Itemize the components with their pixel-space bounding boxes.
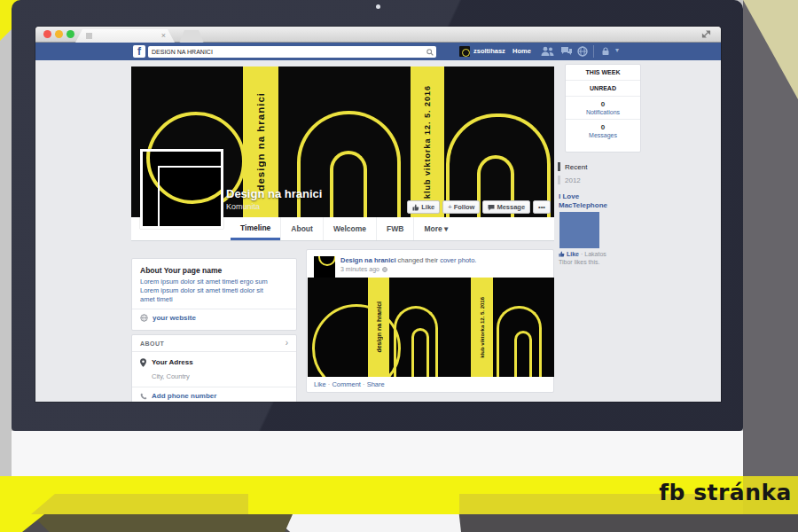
suggested-page-line2: MacTelephone: [559, 201, 607, 210]
tab-welcome[interactable]: Welcome: [323, 217, 376, 240]
suggested-page-thumbnail[interactable]: [559, 212, 599, 248]
website-link-label: your website: [153, 314, 196, 322]
magnifier-icon: [426, 49, 434, 56]
like-button-label: Like: [421, 203, 434, 211]
activity-panel: THIS WEEK UNREAD 0 Notifications 0 Messa…: [565, 64, 641, 153]
minimize-window-button[interactable]: [55, 30, 63, 38]
tab-favicon: [86, 33, 92, 39]
mockup-canvas: × f DESIGN NA HRANICI zsoltihasz Home: [0, 0, 798, 532]
about-section-header[interactable]: ABOUT ›: [132, 335, 296, 352]
about-card-title: About Your page name: [140, 266, 288, 275]
post-header: Design na hranici changed their cover ph…: [340, 256, 476, 265]
add-phone-link[interactable]: Add phone number: [140, 392, 288, 400]
user-avatar[interactable]: [459, 46, 470, 57]
tab-timeline[interactable]: Timeline: [231, 217, 280, 240]
post-action-text: changed their: [396, 256, 441, 264]
recent-label: Recent: [565, 163, 587, 171]
post-object-link[interactable]: cover photo.: [440, 256, 476, 264]
address-row: Your Adress City, Country: [140, 358, 288, 382]
message-button[interactable]: Message: [482, 200, 530, 214]
post-author-link[interactable]: Design na hranici: [340, 256, 396, 264]
add-phone-label: Add phone number: [152, 392, 216, 400]
website-link[interactable]: your website: [140, 314, 288, 322]
webcam-dot: [376, 4, 380, 9]
post-comment-link[interactable]: Comment: [332, 380, 361, 388]
feed-post: Design na hranici changed their cover ph…: [306, 249, 554, 393]
profile-picture[interactable]: [140, 149, 223, 229]
search-value: DESIGN NA HRANICI: [152, 49, 213, 55]
website-globe-icon: [140, 314, 148, 322]
timeline-marker: [558, 162, 560, 171]
poster-bar-left-text: design na hranici: [376, 301, 382, 353]
thumb-up-icon: [412, 204, 419, 211]
new-tab-button[interactable]: [179, 30, 204, 43]
cover-yellow-bar-right: klub viktorka 12. 5. 2016: [411, 66, 444, 217]
suggested-page-link[interactable]: I Love MacTelephone: [559, 192, 607, 210]
caption-band-shade-left: [31, 494, 248, 514]
browser-tab[interactable]: ×: [75, 29, 175, 43]
notifications-count: 0: [566, 97, 640, 109]
page-title[interactable]: Design na hranici: [226, 187, 322, 200]
username-link[interactable]: zsoltihasz: [473, 47, 505, 55]
follow-button-label: Follow: [454, 203, 475, 211]
about-card-line3: amet timeti: [140, 295, 288, 304]
like-button[interactable]: Like: [407, 200, 440, 214]
chevron-right-icon[interactable]: ›: [286, 340, 288, 347]
sidebar-like-name: · Lakatos: [581, 251, 606, 257]
post-avatar-arc: [318, 256, 335, 266]
messages-icon[interactable]: [560, 46, 573, 57]
more-actions-button[interactable]: •••: [533, 200, 551, 214]
timeline-nav-year[interactable]: 2012: [558, 176, 587, 184]
expand-icon[interactable]: [701, 29, 711, 39]
tab-fwb[interactable]: FWB: [376, 217, 413, 240]
post-avatar[interactable]: [314, 256, 335, 278]
suggested-page-like-row: Like · Lakatos: [559, 251, 606, 257]
stand-shadow: [31, 514, 293, 532]
tab-more[interactable]: More ▾: [413, 217, 458, 240]
search-input[interactable]: DESIGN NA HRANICI: [148, 46, 436, 58]
timeline-nav-recent[interactable]: Recent: [558, 162, 587, 171]
this-week-row[interactable]: THIS WEEK: [566, 65, 640, 81]
message-button-label: Message: [497, 203, 525, 211]
year-label: 2012: [565, 176, 581, 184]
home-link[interactable]: Home: [512, 47, 531, 55]
unread-row[interactable]: UNREAD: [566, 81, 640, 97]
poster-letter-n-inner: [411, 328, 429, 377]
suggested-page-like-row2: Tibor likes this.: [559, 259, 599, 265]
caption-label: fb stránka: [659, 480, 792, 505]
messages-count: 0: [566, 120, 640, 132]
post-image[interactable]: design na hranici klub viktorka 12. 5. 2…: [308, 278, 554, 377]
post-share-link[interactable]: Share: [367, 380, 385, 388]
sidebar-like-link[interactable]: Like: [567, 251, 579, 257]
about-section-card: ABOUT › Your Adress City, Country Add ph…: [131, 334, 297, 402]
thumb-up-small-icon: [559, 251, 565, 257]
page-action-buttons: Like + Follow Message •••: [407, 200, 551, 214]
page-category: Komunita: [226, 202, 260, 211]
friend-requests-icon[interactable]: [541, 46, 554, 57]
notifications-globe-icon[interactable]: [577, 46, 588, 57]
profile-picture-square: [158, 166, 223, 229]
post-like-link[interactable]: Like: [314, 380, 326, 388]
about-card-line1: Lorem ipsum dolor sit amet timeti ergo s…: [140, 278, 288, 286]
tab-close-icon[interactable]: ×: [161, 31, 166, 41]
browser-window: × f DESIGN NA HRANICI zsoltihasz Home: [35, 27, 721, 402]
zoom-window-button[interactable]: [66, 30, 74, 38]
message-bubble-icon: [488, 204, 495, 211]
close-window-button[interactable]: [43, 30, 51, 38]
plus-icon: +: [448, 203, 451, 211]
facebook-logo[interactable]: f: [133, 45, 145, 58]
tab-about[interactable]: About: [280, 217, 323, 240]
ellipsis-icon: •••: [538, 203, 545, 211]
poster-bar-right-text: klub viktorka 12. 5. 2016: [480, 297, 485, 358]
poster-yellow-bar-left: design na hranici: [368, 278, 389, 377]
cover-bar-left-text: design na hranici: [255, 92, 266, 192]
chevron-down-icon[interactable]: ▾: [615, 46, 619, 54]
poster-letter-h-inner: [514, 331, 532, 377]
address-value: City, Country: [152, 372, 190, 380]
follow-button[interactable]: + Follow: [442, 200, 480, 214]
messages-link[interactable]: Messages: [566, 132, 640, 142]
privacy-lock-icon[interactable]: [601, 47, 610, 56]
post-timestamp[interactable]: 3 minutes ago: [340, 266, 387, 272]
notifications-link[interactable]: Notifications: [566, 109, 640, 120]
cover-letter-n-inner: [330, 151, 367, 217]
